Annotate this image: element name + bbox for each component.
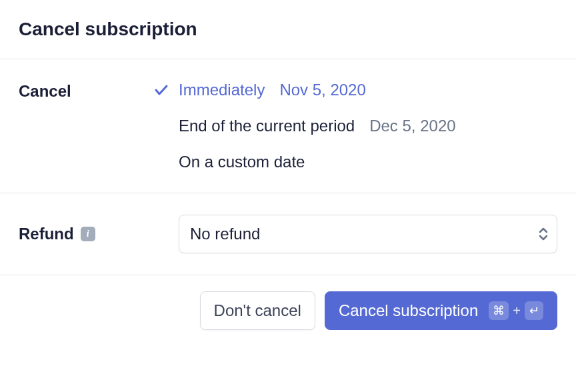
cancel-subscription-dialog: Cancel subscription Cancel Immediately N… — [0, 0, 576, 346]
cmd-key-icon: ⌘ — [489, 301, 509, 320]
info-icon[interactable]: i — [81, 227, 95, 241]
option-label: Immediately — [179, 81, 265, 99]
refund-label-wrap: Refund i — [19, 225, 152, 243]
cancel-label: Cancel — [19, 81, 152, 101]
option-label: End of the current period — [179, 117, 355, 135]
enter-key-icon: ↵ — [525, 301, 543, 320]
cancel-option-immediately[interactable]: Immediately Nov 5, 2020 — [152, 81, 557, 99]
button-label: Don't cancel — [214, 301, 301, 320]
keyboard-shortcut: ⌘ + ↵ — [489, 301, 543, 320]
cancel-option-end-period[interactable]: End of the current period Dec 5, 2020 — [152, 117, 557, 135]
cancel-subscription-button[interactable]: Cancel subscription ⌘ + ↵ — [325, 291, 557, 330]
dialog-footer: Don't cancel Cancel subscription ⌘ + ↵ — [0, 275, 576, 346]
refund-select[interactable]: No refund — [179, 215, 557, 253]
option-date: Dec 5, 2020 — [369, 117, 455, 135]
cancel-options: Immediately Nov 5, 2020 End of the curre… — [152, 81, 557, 171]
dialog-title: Cancel subscription — [19, 19, 557, 40]
option-date: Nov 5, 2020 — [279, 81, 365, 99]
check-icon — [152, 82, 171, 98]
refund-section: Refund i No refund — [0, 193, 576, 275]
dont-cancel-button[interactable]: Don't cancel — [200, 291, 315, 330]
option-label: On a custom date — [179, 153, 305, 171]
cancel-section: Cancel Immediately Nov 5, 2020 End of th… — [0, 59, 576, 193]
refund-label: Refund — [19, 225, 74, 243]
dialog-header: Cancel subscription — [0, 0, 576, 59]
cancel-option-custom-date[interactable]: On a custom date — [152, 153, 557, 171]
plus-label: + — [513, 303, 521, 319]
button-label: Cancel subscription — [339, 301, 478, 320]
